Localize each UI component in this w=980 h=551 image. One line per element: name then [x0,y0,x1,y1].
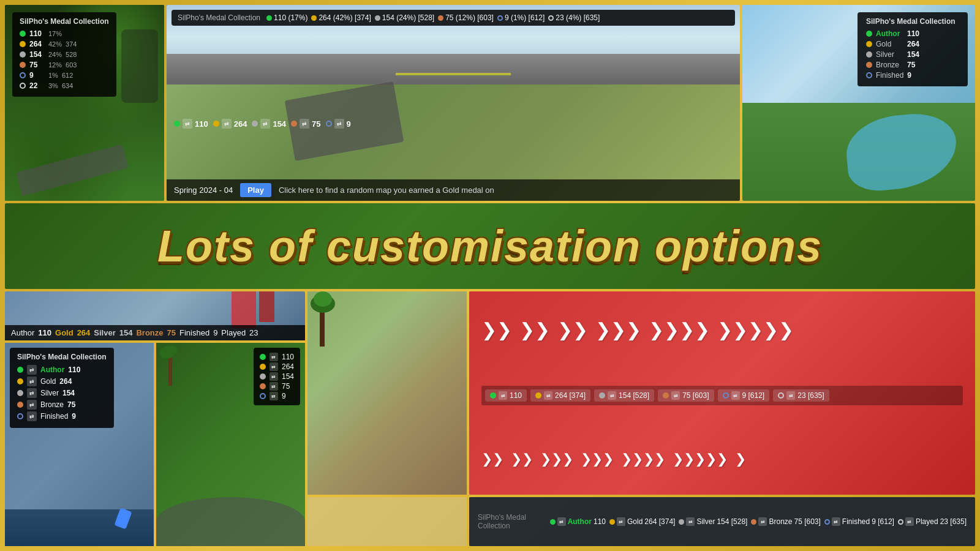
top-left-panel: SilPho's Medal Collection 110 17% 264 42… [5,5,164,201]
mini-finished-val: 9 [282,392,286,400]
inline-bronze: 75 (12%) [603] [438,13,494,22]
stat-gold-label: Gold [55,328,74,337]
br-bottom-bar: SilPho's Medal Collection ⇄ Author 110 ⇄… [469,497,975,546]
bl-gold-dot [17,378,23,384]
tr-silver-count: 154 [907,50,922,59]
bl-silver-shuffle[interactable]: ⇄ [27,388,37,398]
br-played-label-sm: Played [916,517,938,526]
filter-silver-shuffle[interactable]: ⇄ [260,119,270,129]
bl-silver-row: ⇄ Silver 154 [17,388,107,398]
bc-upper-panel: ⇄ 110 ⇄ 264 ⇄ 154 [307,291,467,495]
gold-count: 264 [29,40,45,48]
mini-gold-row: ⇄ 264 [260,362,294,371]
filter-gold-shuffle[interactable]: ⇄ [222,119,232,129]
gold-dot [20,41,26,47]
popup-title: SilPho's Medal Collection [20,17,109,26]
top-center-upper: SilPho's Medal Collection 110 (17%) 264 … [167,5,740,84]
inline-played-val: 23 (4%) [635] [556,13,600,22]
medal-row-bronze: 75 12% 603 [20,61,109,69]
mini-bronze-shuffle[interactable]: ⇄ [270,382,278,391]
filter-bronze-shuffle[interactable]: ⇄ [300,119,309,129]
stat-author-label: Author [11,328,34,337]
br-gold-shuffle-sm[interactable]: ⇄ [617,517,625,526]
mini-finished-shuffle[interactable]: ⇄ [270,392,278,400]
br-finished-dot-sm [824,519,830,525]
br-finished-shuffle-sm[interactable]: ⇄ [832,517,840,526]
main-title: Lots of customisation options [157,221,823,271]
mini-silver-dot [260,373,266,380]
bl-author-shuffle[interactable]: ⇄ [27,365,37,375]
filter-author-shuffle[interactable]: ⇄ [183,119,192,129]
top-center-lower: ⇄ 110 ⇄ 264 ⇄ 154 [167,84,740,201]
medal-row-gold: 264 42% 374 [20,40,109,48]
br-silver-dot-sm [679,519,684,525]
title-row: Lots of customisation options [5,203,975,289]
play-button[interactable]: Play [240,183,271,197]
played-pct: 3% [48,82,58,89]
bl-finished-count: 9 [72,412,87,421]
br-finished-val-sm: 9 [612] [872,517,894,526]
bl-bronze-row: ⇄ Bronze 75 [17,400,107,410]
stat-gold-val: 264 [77,328,91,337]
bronze-pct: 12% [48,61,62,69]
mini-gold-dot [260,364,266,370]
filter-finished: ⇄ 9 [326,119,351,129]
br-chevron-panel: ❯❯ ❯❯ ❯❯ ❯❯❯ ❯❯❯❯ ❯❯❯❯❯ ⇄ 110 [469,291,975,495]
mini-author-shuffle[interactable]: ⇄ [270,353,278,361]
bl-silver-count: 154 [62,389,78,397]
inline-author-val: 110 (17%) [274,13,307,22]
road-line [396,73,510,75]
author-count: 110 [29,29,45,38]
br-finished-label-sm: Finished [842,517,870,526]
br-played-shuffle-sm[interactable]: ⇄ [905,517,914,526]
bl-top-panel: Author 110 Gold 264 Silver 154 Bronze 75… [5,291,305,340]
medal-row-author: 110 17% [20,29,109,38]
bl-author-row: ⇄ Author 110 [17,365,107,375]
track-lower [5,509,154,546]
finished-dot [20,72,26,78]
br-played-dot-sm [898,519,903,525]
track-curve [156,497,305,546]
mini-finished-dot [260,393,266,399]
br-author-shuffle-sm[interactable]: ⇄ [557,517,566,526]
bl-bronze-shuffle[interactable]: ⇄ [27,400,37,410]
hint-text: Click here to find a random map you earn… [279,186,494,195]
bl-silver-label: Silver [40,389,59,397]
mini-author-dot [260,354,266,360]
inline-author-dot [266,15,272,21]
stat-finished-val: 9 [213,328,217,337]
tr-gold-dot [866,41,872,47]
br-silver-item: ⇄ Silver 154 [528] [679,517,747,526]
filter-bronze-val: 75 [312,119,320,129]
road-bg [167,54,740,84]
stat-silver-label: Silver [94,328,115,337]
tr-bronze-dot [866,62,872,68]
filter-finished-shuffle[interactable]: ⇄ [334,119,344,129]
inline-finished-val: 9 (1%) [612] [505,13,545,22]
br-gold-dot-sm [609,519,615,525]
mini-gold-shuffle[interactable]: ⇄ [270,362,278,371]
br-author-dot-sm [550,519,556,525]
inline-author: 110 (17%) [266,13,307,22]
inline-finished: 9 (1%) [612] [497,13,545,22]
filter-author-dot [174,121,180,127]
mini-silver-shuffle[interactable]: ⇄ [270,372,278,381]
br-bronze-shuffle-sm[interactable]: ⇄ [758,517,767,526]
tr-finished-count: 9 [907,71,922,80]
inline-gold: 264 (42%) [374] [311,13,371,22]
played-dot [20,83,26,89]
medal-row-played: 22 3% 634 [20,81,109,90]
bottom-bar: Spring 2024 - 04 Play Click here to find… [167,179,740,201]
inline-silver-dot [375,15,380,21]
bl-gold-shuffle[interactable]: ⇄ [27,377,37,386]
br-silver-shuffle-sm[interactable]: ⇄ [686,517,695,526]
building1 [232,291,256,328]
tr-author-count: 110 [907,29,922,38]
stat-bronze-label: Bronze [136,328,163,337]
bl-gold-count: 264 [59,377,75,386]
top-row: SilPho's Medal Collection 110 17% 264 42… [5,5,975,201]
stats-bar: Author 110 Gold 264 Silver 154 Bronze 75… [5,325,305,340]
tr-bronze-count: 75 [907,61,922,69]
bc-tree-top2 [314,291,332,307]
bl-finished-shuffle[interactable]: ⇄ [27,411,37,421]
